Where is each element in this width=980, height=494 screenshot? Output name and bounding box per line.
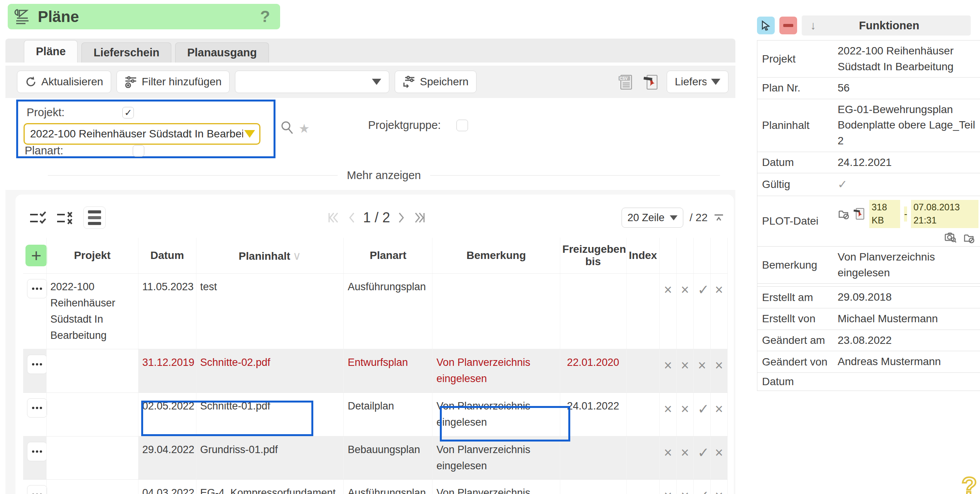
sort-desc-icon: ∨: [292, 249, 301, 262]
col-index[interactable]: Index: [626, 238, 659, 274]
col-flag-2[interactable]: [676, 238, 693, 274]
flag-x-icon[interactable]: ×: [715, 398, 723, 420]
row-menu-button[interactable]: [27, 485, 47, 494]
flag-x-icon[interactable]: ×: [698, 355, 706, 376]
projektgruppe-checkbox[interactable]: [456, 120, 468, 131]
plans-table: + Projekt Datum Planinhalt∨ Planart Beme…: [23, 238, 728, 494]
scroll-top-icon[interactable]: [714, 213, 724, 222]
search-icon[interactable]: [280, 120, 294, 135]
flag-x-icon[interactable]: ×: [681, 355, 689, 376]
flag-x-icon[interactable]: ×: [681, 279, 689, 301]
select-cursor-button[interactable]: [757, 17, 775, 34]
flag-x-icon[interactable]: ×: [664, 398, 672, 420]
preview-file-icon[interactable]: [945, 232, 957, 244]
prev-page-button[interactable]: [347, 210, 356, 225]
tab-planausgang[interactable]: Planausgang: [175, 42, 269, 63]
flag-x-icon[interactable]: ×: [681, 442, 689, 464]
detail-row-planinhalt: Planinhalt EG-01-Bewehrungsplan Bodenpla…: [757, 99, 980, 152]
remove-button[interactable]: [779, 17, 797, 34]
favorite-star-icon[interactable]: ★: [299, 121, 310, 136]
menu-icon[interactable]: [83, 206, 106, 229]
detail-row-gueltig: Gültig ✓: [757, 173, 980, 196]
table-zone: 1 / 2 20 Zeile / 22: [5, 190, 735, 494]
flag-check-icon[interactable]: ✓: [698, 485, 706, 494]
save-button[interactable]: Speichern: [395, 71, 476, 93]
projektgruppe-label: Projektgruppe:: [368, 119, 441, 132]
floating-help-icon[interactable]: ?: [961, 472, 977, 494]
flag-x-icon[interactable]: ×: [681, 398, 689, 420]
flag-x-icon[interactable]: ×: [715, 355, 723, 376]
add-filter-button[interactable]: Filter hinzufügen: [117, 71, 230, 93]
add-row-button[interactable]: +: [25, 245, 47, 266]
tab-strip: Pläne Lieferschein Planausgang: [5, 39, 735, 63]
col-projekt[interactable]: Projekt: [46, 238, 138, 274]
pager: 1 / 2: [327, 210, 426, 226]
row-menu-button[interactable]: [27, 355, 47, 374]
flag-x-icon[interactable]: ×: [664, 485, 672, 494]
save-icon: [403, 76, 415, 88]
row-menu-button[interactable]: [27, 442, 47, 461]
remove-file-icon[interactable]: [963, 232, 975, 244]
table-row[interactable]: 02.05.2022 Schnitte-01.pdf Detailplan Vo…: [23, 393, 728, 436]
filter-preset-select[interactable]: [235, 71, 389, 93]
col-planart[interactable]: Planart: [344, 238, 433, 274]
row-menu-button[interactable]: [27, 279, 47, 298]
planart-checkbox[interactable]: [133, 145, 144, 157]
col-bemerkung[interactable]: Bemerkung: [433, 238, 560, 274]
help-icon[interactable]: ?: [260, 7, 270, 26]
table-header-row: + Projekt Datum Planinhalt∨ Planart Beme…: [23, 238, 728, 274]
flag-check-icon[interactable]: ✓: [698, 398, 706, 420]
projekt-select[interactable]: 2022-100 Reihenhäuser Südstadt In Bearbe…: [24, 123, 260, 145]
flag-x-icon[interactable]: ×: [681, 485, 689, 494]
select-all-icon[interactable]: [29, 210, 48, 225]
tab-plaene[interactable]: Pläne: [24, 40, 78, 63]
file-size: 318 KB: [869, 200, 900, 228]
flag-x-icon[interactable]: ×: [715, 485, 723, 494]
table-row[interactable]: 31.12.2019 Schnitte-02.pdf Entwurfsplan …: [23, 349, 728, 393]
export-target-select[interactable]: Liefersch: [667, 71, 728, 93]
row-menu-button[interactable]: [27, 398, 47, 418]
flag-x-icon[interactable]: ×: [664, 355, 672, 376]
arrow-down-icon: ↓: [810, 19, 816, 32]
planart-label: Planart:: [25, 144, 63, 157]
flag-x-icon[interactable]: ×: [715, 442, 723, 464]
chevron-down-icon[interactable]: [243, 127, 256, 141]
page-title: Pläne: [38, 8, 260, 25]
deselect-all-icon[interactable]: [56, 210, 75, 225]
detail-row-geaendert-von: Geändert von Andreas Mustermann: [757, 351, 980, 373]
detail-row-datum2: Datum: [757, 373, 980, 391]
chevron-down-icon: [670, 215, 678, 220]
col-planinhalt[interactable]: Planinhalt∨: [196, 238, 343, 274]
col-flag-4[interactable]: [710, 238, 727, 274]
table-row[interactable]: 29.04.2022 Grundriss-01.pdf Bebauungspla…: [23, 436, 728, 480]
flag-x-icon[interactable]: ×: [664, 279, 672, 301]
detail-sidebar: ↓ Funktionen Projekt 2022-100 Reihenhäus…: [757, 0, 980, 494]
refresh-button[interactable]: Aktualisieren: [17, 71, 111, 93]
flag-check-icon[interactable]: ✓: [698, 442, 706, 464]
next-page-button[interactable]: [397, 210, 406, 225]
functions-title: Funktionen: [816, 19, 962, 32]
col-freizugeben[interactable]: Freizugeben bis: [560, 238, 626, 274]
table-row[interactable]: 2022-100 Reihenhäuser Südstadt In Bearbe…: [23, 274, 728, 349]
flag-check-icon[interactable]: ✓: [698, 279, 706, 301]
last-page-button[interactable]: [413, 210, 426, 225]
col-datum[interactable]: Datum: [138, 238, 196, 274]
rows-total: / 22: [689, 211, 708, 224]
projekt-filter-checkbox[interactable]: ✓: [122, 107, 134, 118]
pdf-export-button[interactable]: [641, 72, 661, 92]
remove-file-icon[interactable]: [838, 208, 849, 220]
show-more-link[interactable]: Mehr anzeigen: [347, 169, 421, 182]
col-flag-1[interactable]: [659, 238, 676, 274]
csv-export-button[interactable]: CSV: [616, 72, 636, 92]
tab-lieferschein[interactable]: Lieferschein: [81, 42, 171, 63]
flag-x-icon[interactable]: ×: [664, 442, 672, 464]
col-flag-3[interactable]: [693, 238, 710, 274]
table-row[interactable]: 04.03.2022 EG-4_Kompressorfundament Ausf…: [23, 480, 728, 494]
toolbar: Aktualisieren Filter hinzufügen Speicher…: [5, 66, 735, 98]
flag-x-icon[interactable]: ×: [715, 279, 723, 301]
pdf-file-icon[interactable]: [853, 207, 865, 220]
sidebar-toolbar: ↓ Funktionen: [757, 15, 980, 36]
functions-header[interactable]: ↓ Funktionen: [802, 15, 971, 36]
first-page-button[interactable]: [327, 210, 340, 225]
rows-per-page-select[interactable]: 20 Zeile: [622, 208, 683, 228]
